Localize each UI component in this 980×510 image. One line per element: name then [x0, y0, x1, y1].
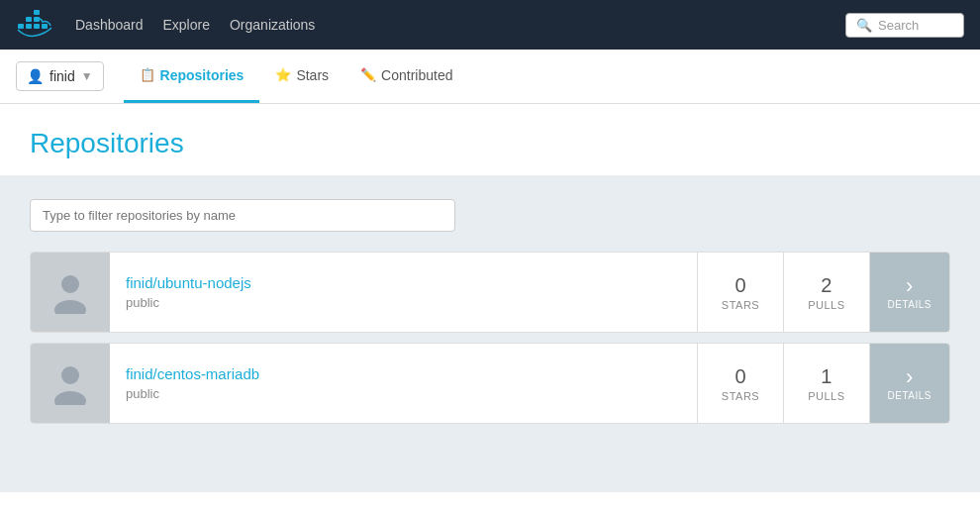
- avatar-icon: [49, 361, 92, 405]
- search-icon: 🔍: [856, 18, 872, 33]
- details-label: DETAILS: [888, 390, 931, 401]
- user-icon: 👤: [27, 68, 44, 84]
- tab-stars-label: Stars: [296, 67, 329, 83]
- tab-contributed[interactable]: ✏️ Contributed: [344, 50, 468, 103]
- username-label: finid: [49, 68, 75, 84]
- pulls-count: 2: [821, 274, 832, 297]
- stars-count: 0: [735, 365, 745, 388]
- svg-rect-6: [42, 24, 48, 29]
- logo: [16, 8, 55, 42]
- tab-contributed-label: Contributed: [381, 67, 452, 83]
- avatar: [31, 253, 110, 332]
- svg-rect-0: [18, 24, 24, 29]
- page-title: Repositories: [30, 128, 950, 159]
- stars-count: 0: [735, 274, 745, 297]
- content-area: finid/ubuntu-nodejs public 0 STARS 2 PUL…: [0, 175, 980, 492]
- dashboard-link[interactable]: Dashboard: [75, 17, 144, 33]
- avatar: [31, 344, 110, 423]
- repo-name-link[interactable]: finid/centos-mariadb: [126, 365, 681, 382]
- search-box[interactable]: 🔍 Search: [845, 13, 964, 38]
- table-row: finid/centos-mariadb public 0 STARS 1 PU…: [30, 343, 950, 424]
- page-title-section: Repositories: [0, 104, 980, 175]
- pulls-label: PULLS: [808, 299, 844, 311]
- tab-repositories-label: Repositories: [160, 67, 245, 83]
- details-button[interactable]: › DETAILS: [869, 253, 949, 332]
- svg-rect-2: [34, 24, 40, 29]
- chevron-down-icon: ▼: [81, 69, 93, 83]
- details-label: DETAILS: [888, 299, 931, 310]
- tab-stars[interactable]: ⭐ Stars: [259, 50, 344, 103]
- explore-link[interactable]: Explore: [163, 17, 210, 33]
- svg-point-8: [54, 300, 86, 314]
- repo-pulls: 1 PULLS: [783, 344, 868, 423]
- repo-info: finid/centos-mariadb public: [110, 344, 697, 423]
- user-selector[interactable]: 👤 finid ▼: [16, 61, 104, 91]
- repo-info: finid/ubuntu-nodejs public: [110, 253, 697, 332]
- filter-input[interactable]: [30, 199, 455, 232]
- svg-point-7: [61, 275, 79, 293]
- svg-rect-1: [26, 24, 32, 29]
- repo-visibility: public: [126, 386, 681, 401]
- svg-rect-5: [34, 10, 40, 15]
- details-button[interactable]: › DETAILS: [869, 344, 949, 423]
- avatar-icon: [49, 270, 92, 314]
- table-row: finid/ubuntu-nodejs public 0 STARS 2 PUL…: [30, 252, 950, 333]
- pulls-label: PULLS: [808, 390, 844, 402]
- stars-label: STARS: [722, 390, 759, 402]
- chevron-right-icon: ›: [906, 275, 913, 297]
- chevron-right-icon: ›: [906, 366, 913, 388]
- repo-visibility: public: [126, 295, 681, 310]
- organizations-link[interactable]: Organizations: [230, 17, 315, 33]
- tab-repositories[interactable]: 📋 Repositories: [124, 50, 260, 103]
- contributed-icon: ✏️: [360, 67, 376, 82]
- stars-label: STARS: [722, 299, 759, 311]
- tabs-bar: 👤 finid ▼ 📋 Repositories ⭐ Stars ✏️ Cont…: [0, 50, 980, 104]
- search-input-placeholder: Search: [878, 18, 919, 33]
- repositories-icon: 📋: [140, 67, 155, 82]
- repo-stars: 0 STARS: [697, 344, 783, 423]
- repo-stars: 0 STARS: [697, 253, 783, 332]
- docker-logo-icon: [16, 8, 55, 42]
- svg-point-10: [54, 391, 86, 405]
- svg-point-9: [61, 366, 79, 384]
- repo-pulls: 2 PULLS: [783, 253, 868, 332]
- navbar: Dashboard Explore Organizations 🔍 Search: [0, 0, 980, 50]
- repo-name-link[interactable]: finid/ubuntu-nodejs: [126, 274, 681, 291]
- star-icon: ⭐: [275, 67, 291, 82]
- svg-rect-3: [26, 17, 32, 22]
- pulls-count: 1: [821, 365, 832, 388]
